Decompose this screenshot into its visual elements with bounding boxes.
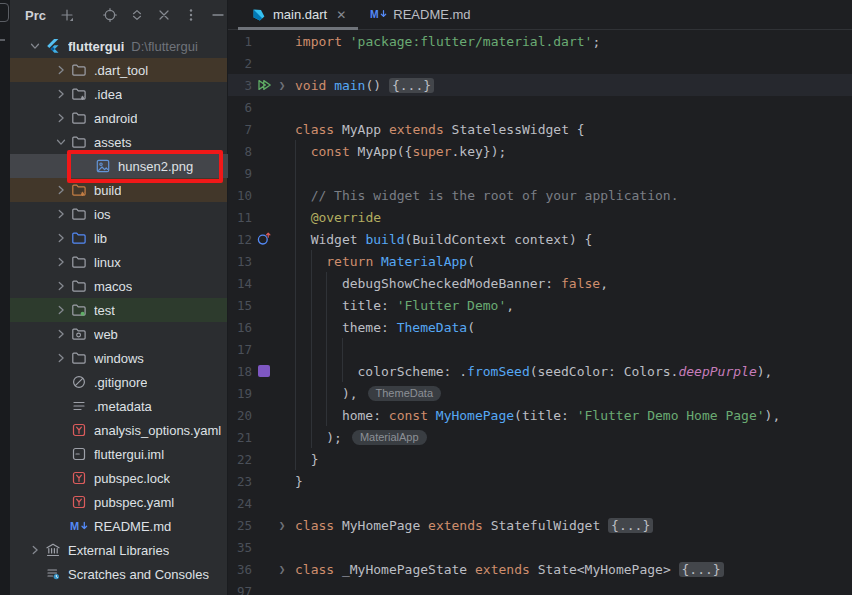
run-icon[interactable] (254, 77, 274, 93)
tree-item--gitignore[interactable]: .gitignore (10, 370, 227, 394)
tree-item-readme-md[interactable]: MREADME.md (10, 514, 227, 538)
tree-item-windows[interactable]: windows (10, 346, 227, 370)
code-line-content[interactable] (292, 162, 311, 184)
chevron-right-icon[interactable] (52, 230, 70, 246)
chevron-right-icon[interactable] (52, 350, 70, 366)
folded-region[interactable]: {...} (389, 78, 434, 93)
tree-item-linux[interactable]: linux (10, 250, 227, 274)
folded-region[interactable]: {...} (679, 562, 724, 577)
code-line-content[interactable]: const MyApp({super.key}); (292, 140, 506, 162)
code-line-content[interactable]: } (292, 448, 318, 470)
code-line-22[interactable]: 22} (228, 448, 852, 470)
chevron-right-icon[interactable] (52, 110, 70, 126)
chevron-right-icon[interactable] (52, 278, 70, 294)
code-line-content[interactable] (292, 96, 295, 118)
tree-item-ios[interactable]: ios (10, 202, 227, 226)
tree-item-test[interactable]: test (10, 298, 227, 322)
tree-item-macos[interactable]: macos (10, 274, 227, 298)
code-line-36[interactable]: 36❯class _MyHomePageState extends State<… (228, 558, 852, 580)
select-opened-file-button[interactable] (102, 7, 118, 23)
tree-item-android[interactable]: android (10, 106, 227, 130)
tree-item-pubspec-lock[interactable]: pubspec.lock (10, 466, 227, 490)
folded-region[interactable]: {...} (608, 518, 653, 533)
code-line-content[interactable]: class _MyHomePageState extends State<MyH… (292, 558, 724, 580)
more-options-button[interactable] (183, 7, 199, 23)
code-line-content[interactable]: title: 'Flutter Demo', (292, 294, 514, 316)
code-line-2[interactable]: 2 (228, 52, 852, 74)
inlay-hint[interactable]: ThemeData (368, 386, 441, 401)
code-line-13[interactable]: 13return MaterialApp( (228, 250, 852, 272)
code-line-16[interactable]: 16theme: ThemeData( (228, 316, 852, 338)
tree-item-pubspec-yaml[interactable]: pubspec.yaml (10, 490, 227, 514)
code-line-content[interactable] (292, 338, 358, 360)
code-line-content[interactable]: class MyApp extends StatelessWidget { (292, 118, 585, 140)
chevron-down-icon[interactable] (52, 134, 70, 150)
code-line-15[interactable]: 15title: 'Flutter Demo', (228, 294, 852, 316)
chevron-right-icon[interactable] (52, 62, 70, 78)
chevron-right-icon[interactable] (52, 86, 70, 102)
expand-all-button[interactable] (129, 7, 145, 23)
code-line-content[interactable] (292, 52, 295, 74)
code-line-content[interactable]: return MaterialApp( (292, 250, 475, 272)
tree-item-fluttergui-iml[interactable]: fluttergui.iml (10, 442, 227, 466)
code-line-content[interactable]: void main() {...} (292, 74, 434, 96)
code-line-3[interactable]: 3❯void main() {...} (228, 74, 852, 96)
color-preview-swatch[interactable] (254, 363, 274, 379)
chevron-right-icon[interactable] (52, 254, 70, 270)
code-line-35[interactable]: 35 (228, 536, 852, 558)
fold-arrow-icon[interactable]: ❯ (274, 79, 290, 92)
fold-arrow-icon[interactable]: ❯ (274, 519, 290, 532)
code-line-1[interactable]: 1import 'package:flutter/material.dart'; (228, 30, 852, 52)
fold-arrow-icon[interactable]: ❯ (274, 563, 290, 576)
code-line-content[interactable]: );MaterialApp (292, 426, 427, 448)
code-line-8[interactable]: 8const MyApp({super.key}); (228, 140, 852, 162)
code-line-17[interactable]: 17 (228, 338, 852, 360)
code-line-11[interactable]: 11@override (228, 206, 852, 228)
code-line-23[interactable]: 23} (228, 470, 852, 492)
code-editor[interactable]: 1import 'package:flutter/material.dart';… (228, 30, 852, 595)
code-line-content[interactable] (292, 536, 295, 558)
chevron-right-icon[interactable] (52, 206, 70, 222)
tree-item-scratches-and-consoles[interactable]: Scratches and Consoles (10, 562, 227, 586)
hide-panel-button[interactable] (210, 7, 226, 23)
tree-item-lib[interactable]: lib (10, 226, 227, 250)
code-line-19[interactable]: 19),ThemeData (228, 382, 852, 404)
tree-item--dart-tool[interactable]: .dart_tool (10, 58, 227, 82)
code-line-content[interactable] (292, 580, 295, 595)
code-line-10[interactable]: 10// This widget is the root of your app… (228, 184, 852, 206)
tree-item-external-libraries[interactable]: External Libraries (10, 538, 227, 562)
code-line-content[interactable]: ),ThemeData (292, 382, 441, 404)
chevron-down-icon[interactable] (26, 38, 44, 54)
code-line-14[interactable]: 14debugShowCheckedModeBanner: false, (228, 272, 852, 294)
tree-item-fluttergui[interactable]: flutterguiD:\fluttergui (10, 34, 227, 58)
chevron-right-icon[interactable] (52, 182, 70, 198)
tree-item-build[interactable]: build (10, 178, 227, 202)
code-line-97[interactable]: 97 (228, 580, 852, 595)
code-line-18[interactable]: 18colorScheme: .fromSeed(seedColor: Colo… (228, 360, 852, 382)
override-icon[interactable] (254, 231, 274, 247)
code-line-24[interactable]: 24 (228, 492, 852, 514)
collapse-all-button[interactable] (156, 7, 172, 23)
code-line-7[interactable]: 7class MyApp extends StatelessWidget { (228, 118, 852, 140)
tab-readme-md[interactable]: MREADME.md (358, 0, 482, 29)
add-button[interactable] (59, 7, 75, 23)
tree-item-assets[interactable]: assets (10, 130, 227, 154)
code-line-content[interactable] (292, 492, 295, 514)
tree-item-web[interactable]: web (10, 322, 227, 346)
code-line-content[interactable]: theme: ThemeData( (292, 316, 475, 338)
code-line-content[interactable]: import 'package:flutter/material.dart'; (292, 30, 600, 52)
close-icon[interactable]: ✕ (336, 9, 346, 21)
code-line-content[interactable]: @override (292, 206, 381, 228)
tab-main-dart[interactable]: main.dart✕ (238, 0, 358, 29)
code-line-content[interactable]: } (292, 470, 303, 492)
code-line-content[interactable]: Widget build(BuildContext context) { (292, 228, 592, 250)
inlay-hint[interactable]: MaterialApp (352, 430, 427, 445)
code-line-content[interactable]: class MyHomePage extends StatefulWidget … (292, 514, 653, 536)
code-line-9[interactable]: 9 (228, 162, 852, 184)
chevron-right-icon[interactable] (52, 326, 70, 342)
code-line-content[interactable]: colorScheme: .fromSeed(seedColor: Colors… (292, 360, 772, 382)
code-line-20[interactable]: 20home: const MyHomePage(title: 'Flutter… (228, 404, 852, 426)
chevron-right-icon[interactable] (52, 302, 70, 318)
tree-item--metadata[interactable]: .metadata (10, 394, 227, 418)
tree-item--idea[interactable]: .idea (10, 82, 227, 106)
